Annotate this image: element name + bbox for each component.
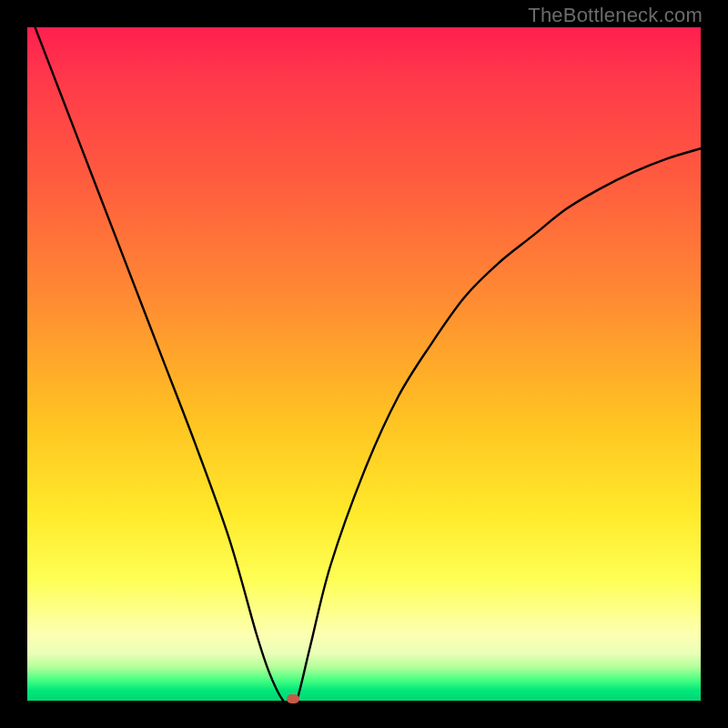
watermark-text: TheBottleneck.com	[528, 4, 703, 27]
chart-frame: TheBottleneck.com	[0, 0, 728, 728]
curve-svg	[27, 27, 701, 701]
bottleneck-curve	[27, 27, 701, 701]
optimal-marker	[287, 694, 299, 703]
plot-area	[27, 27, 701, 701]
